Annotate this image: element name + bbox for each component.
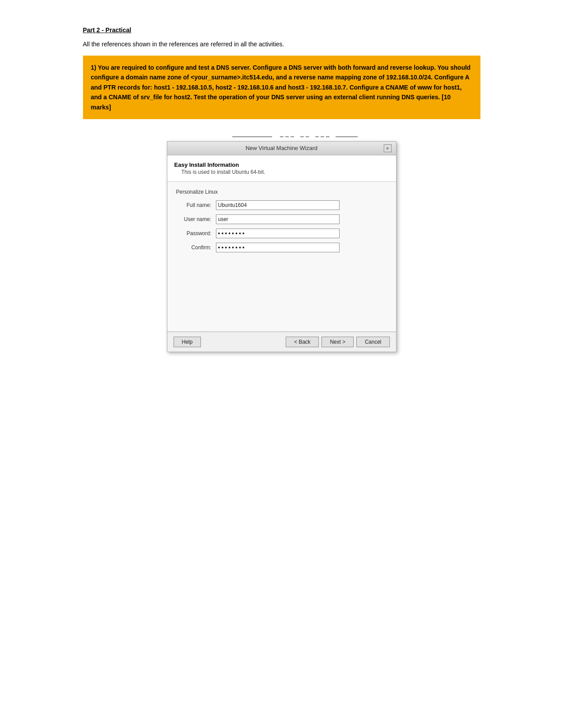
personalize-linux-label: Personalize Linux: [176, 189, 387, 195]
confirm-row: Confirm:: [176, 243, 387, 252]
wizard-header-subtitle: This is used to install Ubuntu 64-bit.: [181, 169, 389, 175]
wizard-titlebar: New Virtual Machine Wizard ×: [167, 142, 396, 155]
wizard-nav-buttons: < Back Next > Cancel: [286, 337, 389, 347]
deco-line-5: [300, 136, 304, 137]
deco-lines: [83, 132, 480, 141]
page-content: Part 2 - Practical All the references sh…: [83, 26, 480, 352]
password-input[interactable]: [216, 229, 340, 238]
confirm-label: Confirm:: [176, 244, 216, 251]
password-row: Password:: [176, 229, 387, 238]
fullname-row: Full name:: [176, 200, 387, 210]
wizard-header: Easy Install Information This is used to…: [167, 155, 396, 182]
deco-line-1: [232, 136, 272, 137]
section-title: Part 2 - Practical: [83, 26, 480, 34]
wizard-header-title: Easy Install Information: [174, 161, 389, 168]
cancel-button[interactable]: Cancel: [356, 337, 389, 347]
deco-line-4: [291, 136, 294, 137]
fullname-label: Full name:: [176, 202, 216, 208]
wizard-dialog: New Virtual Machine Wizard × Easy Instal…: [167, 141, 397, 352]
next-button[interactable]: Next >: [321, 337, 354, 347]
deco-line-10: [336, 136, 358, 137]
wizard-body: Personalize Linux Full name: User name: …: [167, 182, 396, 332]
fullname-input[interactable]: [216, 200, 340, 210]
deco-line-3: [285, 136, 289, 137]
wizard-close-button[interactable]: ×: [384, 144, 392, 152]
username-row: User name:: [176, 214, 387, 224]
wizard-title: New Virtual Machine Wizard: [180, 145, 384, 151]
password-label: Password:: [176, 230, 216, 236]
back-button[interactable]: < Back: [286, 337, 319, 347]
deco-line-2: [280, 136, 283, 137]
wizard-footer: Help < Back Next > Cancel: [167, 332, 396, 352]
username-label: User name:: [176, 216, 216, 222]
deco-line-6: [306, 136, 309, 137]
deco-line-7: [315, 136, 319, 137]
intro-text: All the references shown in the referenc…: [83, 41, 480, 48]
task-text: 1) You are required to configure and tes…: [91, 64, 471, 111]
task-highlight-box: 1) You are required to configure and tes…: [83, 56, 480, 119]
deco-line-8: [321, 136, 324, 137]
help-button[interactable]: Help: [174, 337, 201, 347]
deco-line-9: [326, 136, 329, 137]
confirm-input[interactable]: [216, 243, 340, 252]
username-input[interactable]: [216, 214, 340, 224]
